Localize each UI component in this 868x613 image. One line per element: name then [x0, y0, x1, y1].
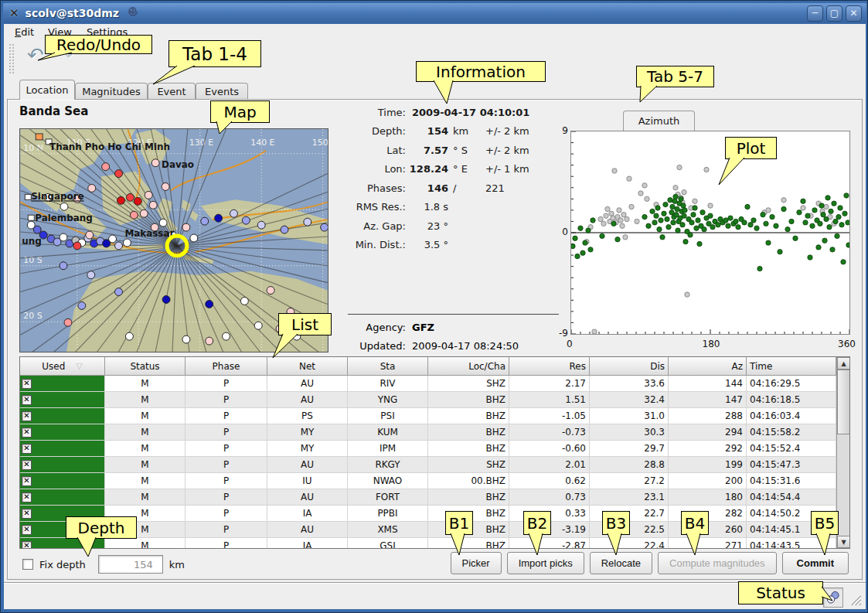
- depth-input[interactable]: 154: [98, 555, 163, 574]
- svg-text:Davao: Davao: [162, 159, 194, 170]
- table-header[interactable]: Used▽StatusPhaseNetStaLoc/ChaResDisAzTim…: [20, 357, 849, 376]
- x-tick-180: 180: [700, 339, 723, 349]
- residual-plot[interactable]: [570, 131, 850, 335]
- svg-text:20 S: 20 S: [23, 311, 42, 321]
- info-row: Depth:154km+/- 2 km: [335, 122, 560, 141]
- tab-azimuth[interactable]: Azimuth: [623, 111, 695, 131]
- scrollbar-thumb[interactable]: [837, 370, 850, 434]
- table-row[interactable]: ✕MPMYIPMBHZ-0.6029.729204:15:52.4: [20, 441, 849, 457]
- used-checkbox[interactable]: ✕: [22, 525, 32, 535]
- table-row[interactable]: ✕MPMYKUMBHZ-0.7330.329404:15:58.2: [20, 424, 849, 441]
- compute-magnitudes-button: Compute magnitudes: [658, 552, 777, 574]
- picker-button[interactable]: Picker: [451, 552, 502, 574]
- maximize-button[interactable]: ▢: [826, 5, 842, 22]
- info-row: RMS Res.:1.8 s: [335, 198, 560, 217]
- x-tick-0: 0: [567, 339, 582, 349]
- table-row[interactable]: ✕MPAUYNGBHZ1.5132.414704:16:18.5: [20, 392, 849, 408]
- callout-information: Information: [416, 61, 546, 82]
- spiral-logo-icon: [125, 5, 141, 21]
- info-separator: [348, 314, 559, 315]
- table-row[interactable]: ✕MPAUFORTBHZ0.7323.118004:14:54.4: [20, 489, 849, 506]
- table-row[interactable]: ✕MPIAGSIBHZ-2.8722.427104:14:43.5: [20, 538, 849, 549]
- callout-tab-5-7: Tab 5-7: [636, 66, 714, 87]
- callout-depth: Depth: [66, 516, 137, 539]
- fix-depth-checkbox[interactable]: [22, 559, 33, 570]
- used-checkbox[interactable]: ✕: [22, 411, 32, 421]
- svg-text:150: 150: [312, 138, 328, 148]
- used-checkbox[interactable]: ✕: [22, 460, 32, 470]
- action-buttons: Picker Import picks Relocate Compute mag…: [451, 552, 849, 574]
- callout-status: Status: [738, 581, 823, 604]
- column-header[interactable]: Loc/Cha: [428, 357, 509, 375]
- callout-map: Map: [210, 100, 270, 123]
- table-row[interactable]: ✕MPAUXMSBHZ-3.1922.526004:14:45.1: [20, 522, 849, 538]
- tab-event[interactable]: Event: [148, 83, 196, 100]
- updated-row: Updated: 2009-04-17 08:24:50: [335, 336, 519, 355]
- column-header[interactable]: Az: [669, 357, 747, 375]
- table-row[interactable]: ✕MPPSPSIBHZ-1.0531.028804:16:03.4: [20, 408, 849, 424]
- tab-events[interactable]: Events: [196, 83, 248, 100]
- client-area: Edit View Settings ↶ ↷ Location Magnitud…: [4, 24, 866, 609]
- column-header[interactable]: Sta: [348, 357, 428, 375]
- fix-depth-group: Fix depth 154 km: [22, 553, 185, 576]
- table-row[interactable]: ✕MPIAPPBIBHZ0.3322.728204:14:50.2: [20, 506, 849, 522]
- column-header[interactable]: Phase: [186, 357, 267, 375]
- table-row[interactable]: ✕MPIUNWAO00.BHZ0.6227.220004:15:31.6: [20, 473, 849, 489]
- table-row[interactable]: ✕MPAURIVSHZ2.1733.614404:16:29.5: [20, 376, 849, 392]
- toolbar-drag-handle[interactable]: [9, 44, 14, 73]
- window-title: scolv@st30dmz: [26, 7, 119, 19]
- column-header[interactable]: Used▽: [20, 357, 105, 375]
- app-window: ✕ scolv@st30dmz ─ ▢ ✕ Edit View Settings…: [0, 0, 868, 613]
- used-checkbox[interactable]: ✕: [22, 379, 32, 389]
- column-header[interactable]: Status: [105, 357, 186, 375]
- tab-location[interactable]: Location: [19, 80, 75, 100]
- used-checkbox[interactable]: ✕: [22, 444, 32, 454]
- callout-tab-1-4: Tab 1-4: [168, 40, 261, 67]
- info-row: Az. Gap:23 °: [335, 216, 560, 236]
- svg-text:Singapore: Singapore: [31, 191, 83, 202]
- callout-plot: Plot: [725, 137, 777, 159]
- statusbar: [4, 582, 866, 609]
- menu-edit[interactable]: Edit: [15, 26, 34, 38]
- used-checkbox[interactable]: ✕: [22, 541, 32, 550]
- used-checkbox[interactable]: ✕: [22, 492, 32, 502]
- import-picks-button[interactable]: Import picks: [507, 552, 584, 574]
- close-button[interactable]: ✕: [846, 5, 862, 22]
- scroll-down-icon[interactable]: ▼: [837, 536, 850, 548]
- callout-b5: B5: [811, 511, 839, 535]
- callout-b2: B2: [523, 511, 551, 535]
- sort-indicator-icon: ▽: [76, 361, 82, 371]
- updated-value: 2009-04-17 08:24:50: [412, 340, 519, 352]
- column-header[interactable]: Net: [267, 357, 348, 375]
- used-checkbox[interactable]: ✕: [22, 509, 32, 519]
- info-panel: Time:2009-04-17 04:10:01Depth:154km+/- 2…: [335, 103, 560, 254]
- arrivals-table[interactable]: Used▽StatusPhaseNetStaLoc/ChaResDisAzTim…: [19, 356, 850, 549]
- y-tick-max: 9: [556, 125, 568, 136]
- depth-unit: km: [169, 559, 185, 570]
- svg-text:130 E: 130 E: [189, 138, 213, 148]
- titlebar[interactable]: ✕ scolv@st30dmz ─ ▢ ✕: [3, 3, 866, 23]
- svg-text:Palembang: Palembang: [35, 213, 93, 223]
- column-header[interactable]: Time: [747, 357, 836, 375]
- relocate-button[interactable]: Relocate: [590, 552, 652, 574]
- scroll-up-icon[interactable]: ▲: [837, 357, 850, 370]
- table-row[interactable]: ✕MPAURKGYSHZ2.0128.819904:15:47.3: [20, 457, 849, 473]
- minimize-button[interactable]: ─: [807, 5, 823, 22]
- info-row: Lat:7.57° S+/- 2 km: [335, 141, 560, 160]
- used-checkbox[interactable]: ✕: [22, 476, 32, 486]
- used-checkbox[interactable]: ✕: [22, 395, 32, 405]
- resize-grip[interactable]: [848, 592, 862, 609]
- region-title: Banda Sea: [19, 104, 88, 118]
- connection-status-icon[interactable]: [823, 587, 843, 608]
- column-header[interactable]: Res: [509, 357, 590, 375]
- agency-row: Agency: GFZ: [335, 318, 434, 336]
- info-row: Time:2009-04-17 04:10:01: [335, 103, 560, 122]
- undo-icon[interactable]: ↶: [24, 44, 47, 67]
- tab-magnitudes[interactable]: Magnitudes: [75, 83, 148, 100]
- callout-b3: B3: [602, 511, 630, 535]
- info-row: Phases:146/221: [335, 179, 560, 198]
- info-row: Min. Dist.:3.5 °: [335, 236, 560, 255]
- column-header[interactable]: Dis: [590, 357, 669, 375]
- commit-button[interactable]: Commit: [782, 552, 849, 574]
- used-checkbox[interactable]: ✕: [22, 427, 32, 438]
